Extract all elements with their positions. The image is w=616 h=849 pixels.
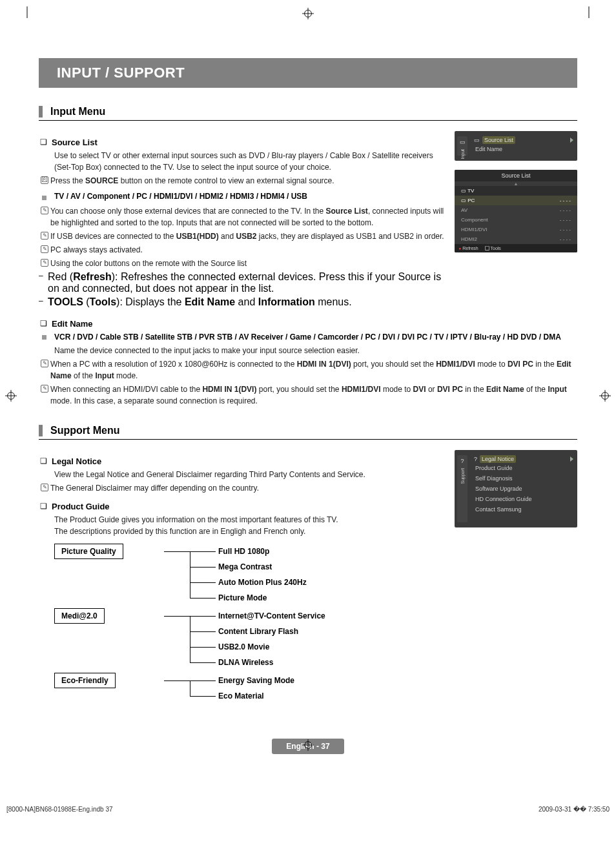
tree-item: Full HD 1080p	[216, 544, 307, 559]
note-icon: ✎	[39, 230, 50, 240]
lbl: PC	[467, 198, 475, 203]
t: of the	[524, 385, 548, 394]
t: Refresh	[462, 246, 478, 251]
tree-item: Auto Motion Plus 240Hz	[216, 575, 307, 590]
tree-connector	[164, 544, 216, 606]
square-bullet-icon	[39, 192, 54, 203]
outline-square-icon: ❏	[39, 456, 48, 465]
t: mode to	[381, 385, 413, 394]
osd3-item: Contact Samsung	[474, 504, 573, 515]
tree-group-label-cell: Medi@2.0	[54, 608, 164, 670]
t: USB2	[236, 232, 256, 241]
t: Refresh	[73, 271, 112, 282]
refresh-label: ● Refresh	[458, 246, 478, 251]
note-icon: ✎	[39, 205, 50, 214]
info-icon: ?	[474, 456, 477, 462]
note-text: If USB devices are connected to the USB1…	[50, 230, 446, 242]
edit-name-note-2: ✎ When connecting an HDMI/DVI cable to t…	[39, 384, 577, 407]
devices-heading: TV / AV / Component / PC / HDMI1/DVI / H…	[54, 192, 307, 201]
devices-note-2: ✎ If USB devices are connected to the US…	[39, 230, 446, 242]
tree-item: Internet@TV-Content Service	[216, 608, 325, 624]
tree-item: Eco Material	[216, 688, 294, 704]
outline-square-icon: ❏	[39, 319, 48, 328]
osd2-row: ▭ PC- - - -	[455, 196, 577, 205]
t: of the	[72, 371, 96, 380]
osd2-row: ▭ TV	[455, 186, 577, 196]
osd-line2: Edit Name	[474, 144, 573, 154]
osd-side-label: Input	[460, 149, 465, 159]
osd3-item: Self Diagnosis	[474, 473, 573, 484]
heading-accent	[39, 106, 43, 118]
print-timestamp: 2009-03-31 �� 7:35:50	[539, 806, 610, 813]
osd-side-label: Support	[460, 468, 465, 484]
source-list-heading: Source List	[52, 138, 98, 147]
tree-items: Full HD 1080pMega ContrastAuto Motion Pl…	[216, 544, 307, 606]
outline-square-icon: ❏	[39, 502, 48, 511]
crop-mark-tr	[581, 6, 597, 22]
legal-notice-note: ✎ The General Disclaimer may differ depe…	[39, 482, 446, 494]
edit-name-heading-row: ❏ Edit Name	[39, 319, 577, 329]
note-icon: ✎	[39, 244, 50, 253]
note-text: When connecting an HDMI/DVI cable to the…	[50, 384, 577, 407]
edit-name-body: Name the device connected to the input j…	[54, 345, 577, 356]
tree-items: Internet@TV-Content ServiceContent Libra…	[216, 608, 325, 670]
t: Red (	[48, 271, 73, 282]
t: TOOLS	[48, 296, 83, 307]
t: DVI	[413, 385, 426, 394]
tree-group-box: Picture Quality	[54, 544, 123, 559]
support-main-column: ❏ Legal Notice View the Legal Notice and…	[39, 450, 446, 706]
tree-connector	[164, 608, 216, 670]
val: - - - -	[560, 207, 571, 213]
tree-group-label-cell: Picture Quality	[54, 544, 164, 606]
t: Information	[258, 296, 315, 307]
tree-group: Picture QualityFull HD 1080pMega Contras…	[54, 544, 446, 606]
t: DVI PC	[508, 360, 533, 369]
osd2-row: Component- - - -	[455, 215, 577, 225]
product-guide-heading: Product Guide	[52, 502, 110, 511]
devices-note-4: ✎ Using the color buttons on the remote …	[39, 258, 446, 269]
t: Tools	[90, 296, 116, 307]
print-filename: [8000-NA]BN68-01988E-Eng.indb 37	[6, 806, 113, 813]
registration-mark-top	[302, 8, 314, 19]
osd-side-tab: ▭ Input	[457, 136, 467, 156]
osd-line1: Source List	[482, 136, 515, 144]
t: USB1(HDD)	[176, 232, 219, 241]
osd3-items: Product GuideSelf DiagnosisSoftware Upgr…	[474, 463, 573, 515]
t: You can choose only those external devic…	[50, 207, 326, 216]
tv-icon: ▭	[460, 139, 466, 145]
legal-notice-heading: Legal Notice	[52, 456, 101, 466]
product-guide-tree: Picture QualityFull HD 1080pMega Contras…	[54, 544, 446, 704]
dash-icon: –	[39, 271, 48, 294]
tools-label: 🞎 Tools	[485, 246, 501, 251]
source-icon: ▭	[474, 137, 480, 143]
t: mode to	[475, 360, 508, 369]
t: (	[83, 296, 90, 307]
edit-name-sub: VCR / DVD / Cable STB / Satellite STB / …	[54, 331, 561, 343]
note-text: Using the color buttons on the remote wi…	[50, 258, 446, 269]
t: in the	[533, 360, 557, 369]
note-icon: ✎	[39, 358, 50, 367]
t: ): Displays the	[116, 296, 185, 307]
tree-group: Eco-FriendlyEnergy Saving ModeEco Materi…	[54, 673, 446, 704]
txt: Press the	[50, 176, 85, 185]
lbl: AV	[461, 207, 467, 213]
note-icon: ✎	[39, 258, 50, 267]
source-press-text: Press the SOURCE button on the remote co…	[50, 175, 446, 187]
lbl: Component	[461, 217, 488, 223]
osd2-row: HDMI2- - - -	[455, 234, 577, 244]
osd-row-highlight: ▭ Source List	[474, 136, 573, 144]
val: - - - -	[560, 236, 571, 242]
tree-group-box: Medi@2.0	[54, 608, 105, 624]
t: and	[235, 296, 258, 307]
edit-name-heading: Edit Name	[52, 319, 93, 329]
t: or	[426, 385, 437, 394]
t: mode.	[114, 371, 138, 380]
dash-icon: –	[39, 296, 48, 308]
product-guide-body2: The descriptions provided by this functi…	[54, 526, 446, 537]
t: DVI PC	[437, 385, 463, 394]
osd-main: ? Legal Notice Product GuideSelf Diagnos…	[474, 455, 573, 515]
t: port, you should set the	[351, 360, 436, 369]
dash-text: TOOLS (Tools): Displays the Edit Name an…	[48, 296, 352, 308]
devices-heading-row: TV / AV / Component / PC / HDMI1/DVI / H…	[39, 192, 446, 203]
t: port, you should set the	[256, 385, 341, 394]
